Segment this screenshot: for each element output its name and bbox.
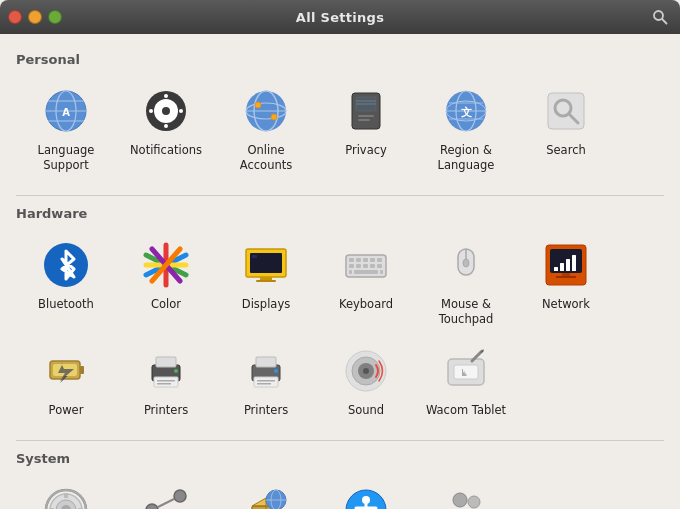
svg-rect-59 [349, 264, 354, 268]
printers1-icon [140, 345, 192, 397]
svg-rect-63 [377, 264, 382, 268]
svg-point-130 [468, 496, 480, 508]
svg-rect-58 [377, 258, 382, 262]
region-language-label: Region &Language [438, 143, 495, 173]
svg-point-10 [162, 107, 170, 115]
notifications-icon [140, 85, 192, 137]
settings-content: Personal A LanguageSupport [0, 34, 680, 509]
svg-point-19 [255, 102, 261, 108]
keyboard-label: Keyboard [339, 297, 393, 312]
sharing-icon [140, 484, 192, 509]
hardware-grid: Bluetooth Color [16, 231, 664, 428]
svg-rect-100 [454, 365, 478, 379]
titlebar: All Settings [0, 0, 680, 34]
svg-rect-79 [80, 366, 84, 374]
close-button[interactable] [8, 10, 22, 24]
window-controls [8, 10, 62, 24]
svg-rect-61 [363, 264, 368, 268]
system-grid: Details Sharing [16, 476, 664, 509]
sidebar-item-power[interactable]: Power [16, 337, 116, 428]
sidebar-item-users[interactable]: Users [416, 476, 516, 509]
svg-point-98 [363, 368, 369, 374]
bluetooth-label: Bluetooth [38, 297, 94, 312]
section-label-hardware: Hardware [16, 206, 664, 221]
sidebar-item-privacy[interactable]: Privacy [316, 77, 416, 183]
svg-point-94 [274, 369, 278, 373]
svg-rect-87 [157, 383, 171, 385]
sidebar-item-search[interactable]: Search [516, 77, 616, 183]
svg-point-112 [146, 504, 158, 509]
power-icon [40, 345, 92, 397]
sidebar-item-printers1[interactable]: Printers [116, 337, 216, 428]
region-language-icon: 文 [440, 85, 492, 137]
svg-rect-25 [358, 115, 374, 117]
svg-line-1 [662, 19, 667, 24]
displays-icon [240, 239, 292, 291]
window-title: All Settings [296, 10, 384, 25]
sidebar-item-keyboard[interactable]: Keyboard [316, 231, 416, 337]
divider-personal-hardware [16, 195, 664, 196]
svg-point-88 [174, 369, 178, 373]
svg-line-114 [158, 499, 174, 507]
svg-rect-77 [572, 255, 576, 271]
svg-rect-65 [349, 270, 352, 274]
svg-rect-74 [554, 267, 558, 271]
sidebar-item-mouse-touchpad[interactable]: Mouse &Touchpad [416, 231, 516, 337]
svg-rect-85 [154, 377, 178, 387]
sidebar-item-sound[interactable]: Sound [316, 337, 416, 428]
svg-point-14 [179, 109, 183, 113]
power-label: Power [49, 403, 84, 418]
svg-rect-86 [157, 380, 175, 382]
online-accounts-icon [240, 85, 292, 137]
svg-rect-107 [64, 493, 68, 498]
wacom-tablet-icon [440, 345, 492, 397]
sidebar-item-color[interactable]: Color [116, 231, 216, 337]
sidebar-item-notifications[interactable]: Notifications [116, 77, 216, 183]
sidebar-item-sharing[interactable]: Sharing [116, 476, 216, 509]
sidebar-item-language-support[interactable]: A LanguageSupport [16, 77, 116, 183]
divider-hardware-system [16, 440, 664, 441]
sidebar-item-software-updates[interactable]: Software &Updates [216, 476, 316, 509]
svg-rect-60 [356, 264, 361, 268]
window: All Settings Personal A [0, 0, 680, 509]
svg-rect-52 [252, 255, 257, 258]
minimize-button[interactable] [28, 10, 42, 24]
printers2-icon [240, 345, 292, 397]
software-updates-icon [240, 484, 292, 509]
svg-point-20 [271, 114, 277, 120]
svg-rect-57 [370, 258, 375, 262]
network-label: Network [542, 297, 590, 312]
svg-rect-76 [566, 259, 570, 271]
mouse-touchpad-label: Mouse &Touchpad [439, 297, 494, 327]
svg-rect-51 [256, 280, 276, 282]
mouse-touchpad-icon [440, 239, 492, 291]
details-icon [40, 484, 92, 509]
wacom-tablet-label: Wacom Tablet [426, 403, 506, 418]
privacy-label: Privacy [345, 143, 387, 158]
online-accounts-label: OnlineAccounts [240, 143, 292, 173]
sidebar-item-details[interactable]: Details [16, 476, 116, 509]
sidebar-item-bluetooth[interactable]: Bluetooth [16, 231, 116, 337]
color-label: Color [151, 297, 181, 312]
search-label: Search [546, 143, 586, 158]
sidebar-item-online-accounts[interactable]: OnlineAccounts [216, 77, 316, 183]
network-icon [540, 239, 592, 291]
displays-label: Displays [242, 297, 290, 312]
sidebar-item-network[interactable]: Network [516, 231, 616, 337]
color-icon [140, 239, 192, 291]
sidebar-item-universal-access[interactable]: UniversalAccess [316, 476, 416, 509]
sidebar-item-displays[interactable]: Displays [216, 231, 316, 337]
svg-rect-84 [156, 357, 176, 367]
search-icon-button[interactable] [648, 5, 672, 29]
svg-rect-62 [370, 264, 375, 268]
maximize-button[interactable] [48, 10, 62, 24]
sidebar-item-wacom-tablet[interactable]: Wacom Tablet [416, 337, 516, 428]
sidebar-item-region-language[interactable]: 文 Region &Language [416, 77, 516, 183]
svg-point-11 [164, 94, 168, 98]
users-icon [440, 484, 492, 509]
sidebar-item-printers2[interactable]: Printers [216, 337, 316, 428]
keyboard-icon [340, 239, 392, 291]
language-support-icon: A [40, 85, 92, 137]
universal-access-icon [340, 484, 392, 509]
notifications-label: Notifications [130, 143, 202, 158]
